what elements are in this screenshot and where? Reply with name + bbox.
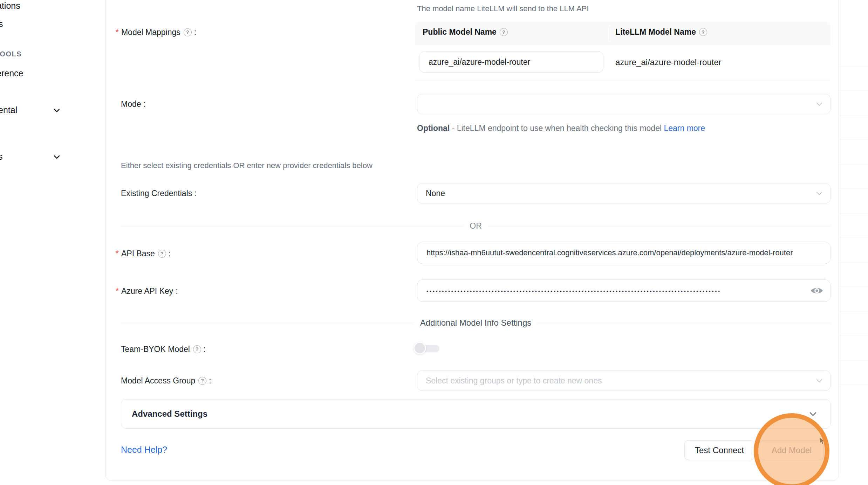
litellm-model-name-help: The model name LiteLLM will send to the … [417, 4, 589, 13]
model-access-group-label: Model Access Group ? : [121, 375, 211, 386]
chevron-down-icon [815, 100, 823, 108]
existing-credentials-label: Existing Credentials : [121, 188, 197, 199]
or-divider: OR [121, 221, 831, 231]
existing-credentials-label-text: Existing Credentials [121, 189, 192, 198]
sidebar-item-settings[interactable]: s [0, 152, 3, 162]
required-mark: * [116, 28, 119, 37]
add-model-button[interactable]: Add Model [760, 440, 823, 460]
api-base-label-text: API Base [121, 249, 155, 258]
masked-api-key: ••••••••••••••••••••••••••••••••••••••••… [426, 288, 742, 294]
model-access-group-select[interactable]: Select existing groups or type to create… [417, 370, 831, 391]
model-access-group-label-text: Model Access Group [121, 376, 195, 386]
existing-credentials-value: None [426, 189, 445, 198]
chevron-down-icon [815, 189, 823, 197]
advanced-settings-title: Advanced Settings [132, 409, 808, 419]
existing-credentials-select[interactable]: None [417, 183, 831, 203]
table-row-border [415, 81, 831, 81]
test-connect-button[interactable]: Test Connect [684, 440, 754, 460]
sidebar-item-experimental[interactable]: ental [0, 105, 17, 115]
team-byok-label-text: Team-BYOK Model [121, 345, 190, 354]
team-byok-toggle[interactable] [414, 342, 440, 355]
litellm-model-name-header: LiteLLM Model Name ? [615, 27, 707, 37]
add-model-page: ations s TOOLS erence ental s The model … [0, 0, 868, 485]
colon: : [204, 345, 206, 354]
required-mark: * [116, 249, 119, 258]
litellm-model-name-value: azure_ai/azure-model-router [615, 57, 722, 67]
eye-icon[interactable] [811, 286, 823, 296]
public-model-name-header-text: Public Model Name [423, 27, 497, 37]
colon: : [144, 99, 146, 109]
colon: : [176, 286, 178, 296]
need-help-link[interactable]: Need Help? [121, 445, 167, 455]
public-model-name-input[interactable] [419, 51, 603, 73]
header-column-divider [610, 27, 610, 40]
credentials-note: Either select existing credentials OR en… [121, 161, 373, 170]
toggle-knob [414, 342, 426, 354]
chevron-down-icon [808, 409, 818, 418]
colon: : [194, 28, 196, 37]
mouse-cursor [819, 437, 827, 445]
model-mappings-label-text: Model Mappings [121, 28, 180, 37]
background-content-strip [840, 42, 868, 396]
chevron-down-icon[interactable] [53, 153, 61, 161]
required-mark: * [116, 286, 119, 296]
chevron-down-icon [815, 377, 823, 384]
model-access-group-placeholder: Select existing groups or type to create… [426, 376, 602, 386]
sidebar-item-1[interactable]: ations [0, 1, 20, 11]
mode-help-text: Optional - LiteLLM endpoint to use when … [417, 121, 708, 135]
mode-help-body: - LiteLLM endpoint to use when health ch… [450, 124, 664, 133]
sidebar-item-2[interactable]: s [0, 19, 3, 29]
help-icon[interactable]: ? [193, 345, 201, 353]
or-divider-text: OR [470, 221, 482, 231]
colon: : [194, 189, 197, 198]
help-icon[interactable]: ? [198, 377, 206, 385]
help-icon[interactable]: ? [184, 28, 192, 36]
additional-model-info-divider: Additional Model Info Settings [121, 318, 831, 328]
public-model-name-header: Public Model Name ? [423, 27, 508, 37]
azure-api-key-label-text: Azure API Key [121, 286, 173, 296]
azure-api-key-label: * Azure API Key : [116, 285, 178, 297]
additional-model-info-divider-text: Additional Model Info Settings [420, 318, 532, 328]
mode-label-text: Mode [121, 99, 141, 109]
azure-api-key-input[interactable]: ••••••••••••••••••••••••••••••••••••••••… [417, 279, 831, 302]
litellm-model-name-header-text: LiteLLM Model Name [615, 27, 696, 37]
mode-help-bold: Optional [417, 124, 450, 133]
chevron-down-icon[interactable] [53, 106, 61, 115]
help-icon[interactable]: ? [699, 28, 707, 36]
api-base-input[interactable] [417, 242, 831, 264]
team-byok-label: Team-BYOK Model ? : [121, 344, 206, 355]
model-mappings-label: * Model Mappings ? : [116, 27, 196, 38]
api-base-label: * API Base ? : [116, 248, 171, 259]
colon: : [169, 249, 171, 258]
advanced-settings-panel[interactable]: Advanced Settings [121, 399, 831, 429]
help-icon[interactable]: ? [158, 250, 166, 258]
help-icon[interactable]: ? [500, 28, 508, 36]
mode-label: Mode : [121, 98, 146, 110]
mode-select[interactable] [417, 94, 831, 114]
learn-more-link[interactable]: Learn more [664, 124, 705, 133]
sidebar-item-reference[interactable]: erence [0, 68, 23, 78]
sidebar-section-tools: TOOLS [0, 50, 22, 58]
colon: : [209, 376, 211, 386]
